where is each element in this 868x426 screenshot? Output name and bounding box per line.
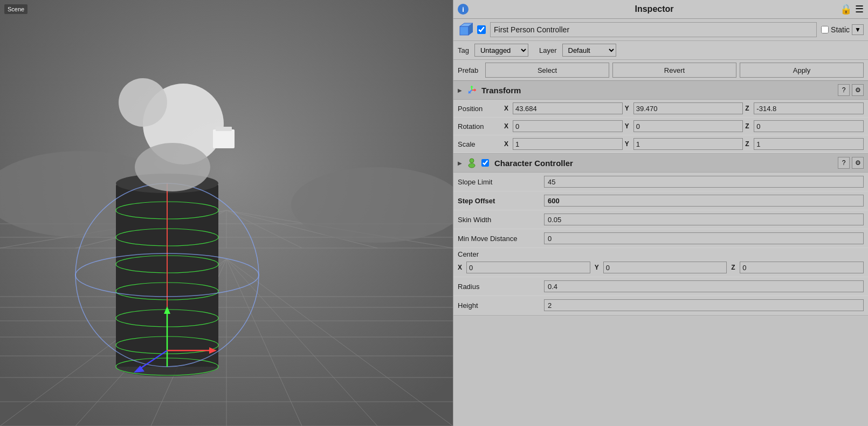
scale-x-label: X xyxy=(504,140,511,148)
height-input[interactable] xyxy=(544,299,864,311)
svg-marker-59 xyxy=(470,86,473,87)
cc-settings-button[interactable]: ⚙ xyxy=(852,157,864,169)
scale-y-label: Y xyxy=(625,140,631,148)
inspector-header: i Inspector 🔒 ☰ xyxy=(453,0,868,19)
static-checkbox[interactable] xyxy=(821,26,829,33)
gameobject-row: Static ▼ xyxy=(453,19,868,41)
skin-width-input[interactable] xyxy=(544,214,864,225)
rotation-z-input[interactable] xyxy=(754,120,864,132)
character-controller-header: ▶ Character Controller ? ⚙ xyxy=(453,154,868,173)
center-z-label: Z xyxy=(731,264,738,271)
rotation-y-input[interactable] xyxy=(633,120,743,132)
scene-label: Scene xyxy=(4,4,27,14)
step-offset-label: Step Offset xyxy=(458,197,544,205)
transform-component-name: Transform xyxy=(481,86,833,95)
height-label: Height xyxy=(458,301,544,310)
svg-point-44 xyxy=(135,143,210,191)
center-y-input[interactable] xyxy=(603,262,727,273)
inspector-header-icons: 🔒 ☰ xyxy=(840,3,864,15)
transform-scale-row: Scale X Y Z xyxy=(453,135,868,153)
tag-layer-row: Tag Untagged Layer Default xyxy=(453,41,868,60)
prefab-revert-button[interactable]: Revert xyxy=(612,63,736,78)
position-xyz-group: X Y Z xyxy=(504,102,864,114)
pos-y-label: Y xyxy=(625,105,631,112)
svg-point-62 xyxy=(470,159,474,163)
transform-rotation-row: Rotation X Y Z xyxy=(453,118,868,135)
min-move-input[interactable] xyxy=(544,232,864,244)
cc-enabled-checkbox[interactable] xyxy=(481,159,489,167)
inspector-panel: i Inspector 🔒 ☰ Static ▼ Tag Untagged La… xyxy=(453,0,868,426)
pos-z-label: Z xyxy=(745,105,752,112)
center-y-label: Y xyxy=(595,264,601,271)
scale-y-input[interactable] xyxy=(633,138,743,150)
transform-header-buttons: ? ⚙ xyxy=(838,84,864,96)
transform-component: ▶ Transform ? ⚙ Position X Y xyxy=(453,81,868,154)
svg-rect-53 xyxy=(460,26,469,35)
rotation-x-input[interactable] xyxy=(513,120,623,132)
inspector-title: Inspector xyxy=(635,4,673,14)
position-x-input[interactable] xyxy=(513,102,623,114)
svg-marker-57 xyxy=(474,88,476,92)
center-xyz-group: X Y Z xyxy=(458,260,864,277)
transform-help-button[interactable]: ? xyxy=(838,84,850,96)
min-move-label: Min Move Distance xyxy=(458,235,544,243)
center-section: Center X Y Z xyxy=(453,248,868,277)
scale-xyz-group: X Y Z xyxy=(504,138,864,150)
prefab-apply-button[interactable]: Apply xyxy=(740,63,864,78)
skin-width-row: Skin Width xyxy=(453,210,868,229)
scale-z-input[interactable] xyxy=(754,138,864,150)
center-x-label: X xyxy=(458,264,464,271)
character-controller-component: ▶ Character Controller ? ⚙ Slope Limit S… xyxy=(453,154,868,315)
svg-rect-46 xyxy=(216,127,232,131)
cc-help-button[interactable]: ? xyxy=(838,157,850,169)
center-z-input[interactable] xyxy=(740,262,864,273)
static-dropdown-btn[interactable]: ▼ xyxy=(852,24,864,35)
tag-select[interactable]: Untagged xyxy=(474,44,528,57)
height-row: Height xyxy=(453,296,868,315)
min-move-row: Min Move Distance xyxy=(453,229,868,248)
transform-position-row: Position X Y Z xyxy=(453,100,868,118)
gameobject-active-checkbox[interactable] xyxy=(477,25,486,34)
slope-limit-input[interactable] xyxy=(544,176,864,188)
scale-label: Scale xyxy=(458,140,501,148)
menu-icon[interactable]: ☰ xyxy=(855,3,864,15)
inspector-info-icon[interactable]: i xyxy=(458,4,469,15)
transform-icon xyxy=(466,85,477,95)
svg-rect-45 xyxy=(213,129,235,148)
gameobject-name-field[interactable] xyxy=(490,22,817,37)
position-label: Position xyxy=(458,105,501,113)
rot-z-label: Z xyxy=(745,122,752,130)
cc-arrow-icon[interactable]: ▶ xyxy=(458,160,462,166)
prefab-row: Prefab Select Revert Apply xyxy=(453,60,868,81)
lock-icon[interactable]: 🔒 xyxy=(840,3,852,15)
rot-y-label: Y xyxy=(625,122,631,130)
layer-label: Layer xyxy=(539,46,557,54)
svg-point-43 xyxy=(119,78,167,127)
character-controller-name: Character Controller xyxy=(494,159,833,168)
center-label: Center xyxy=(458,250,864,258)
pos-x-label: X xyxy=(504,105,511,112)
rotation-label: Rotation xyxy=(458,122,501,130)
layer-select[interactable]: Default xyxy=(562,44,616,57)
gameobject-icon xyxy=(458,22,473,37)
radius-row: Radius xyxy=(453,277,868,296)
slope-limit-label: Slope Limit xyxy=(458,178,544,186)
step-offset-input[interactable] xyxy=(544,195,864,207)
radius-label: Radius xyxy=(458,283,544,291)
skin-width-label: Skin Width xyxy=(458,216,544,224)
position-y-input[interactable] xyxy=(633,102,743,114)
transform-settings-button[interactable]: ⚙ xyxy=(852,84,864,96)
center-x-input[interactable] xyxy=(466,262,590,273)
scale-x-input[interactable] xyxy=(513,138,623,150)
static-label: Static xyxy=(831,25,850,34)
position-z-input[interactable] xyxy=(754,102,864,114)
prefab-select-button[interactable]: Select xyxy=(485,63,609,78)
transform-header: ▶ Transform ? ⚙ xyxy=(453,81,868,100)
viewport-panel: Scene xyxy=(0,0,453,426)
rotation-xyz-group: X Y Z xyxy=(504,120,864,132)
radius-input[interactable] xyxy=(544,280,864,292)
tag-label: Tag xyxy=(458,46,469,54)
prefab-label: Prefab xyxy=(458,66,482,74)
static-row: Static ▼ xyxy=(821,24,864,35)
transform-arrow-icon[interactable]: ▶ xyxy=(458,87,462,93)
